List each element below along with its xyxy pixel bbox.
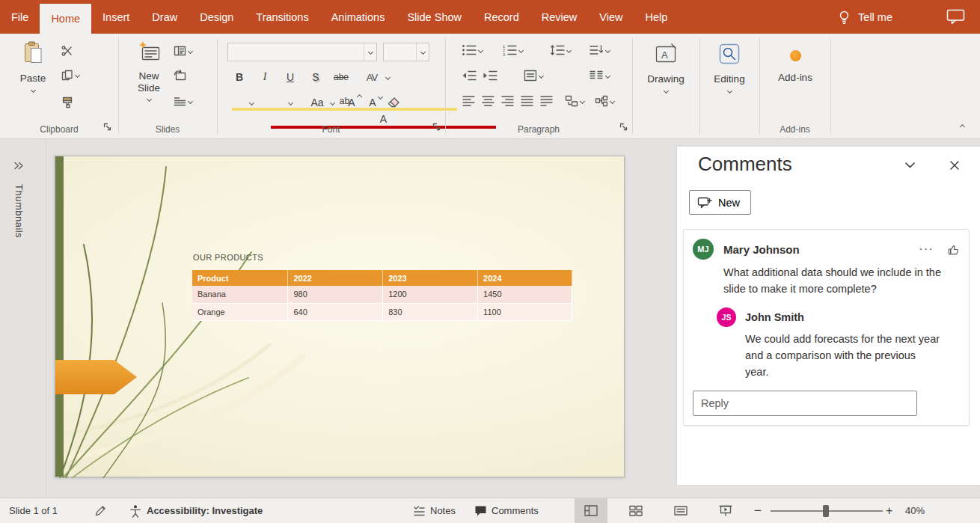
reading-view-button[interactable] [664,498,697,523]
table-cell[interactable]: Orange [192,303,288,320]
bullets-chevron[interactable] [478,47,483,52]
table-header-cell[interactable]: 2024 [478,270,572,286]
text-shadow-button[interactable]: S [308,68,323,86]
numbering-chevron[interactable] [518,47,524,52]
bullets-button[interactable] [462,44,483,56]
line-spacing-button[interactable] [550,44,571,56]
normal-view-button[interactable] [575,498,607,523]
new-slide-dropdown-chevron[interactable] [146,97,151,102]
comments-toggle-statusbar-button[interactable]: Comments [474,498,539,523]
paste-dropdown-chevron[interactable] [30,88,35,93]
table-header-cell[interactable]: 2023 [383,270,478,286]
line-spacing-chevron[interactable] [566,47,572,52]
arrange-shapes-button[interactable] [565,95,584,107]
font-size-combobox[interactable] [383,43,429,61]
increase-indent-button[interactable] [483,70,497,82]
slide-heading[interactable]: OUR PRODUCTS [193,253,263,262]
table-cell[interactable]: 640 [288,303,383,320]
font-name-dropdown[interactable] [364,43,376,61]
text-direction-chevron[interactable] [605,47,610,52]
collapse-comments-button[interactable] [898,154,921,177]
columns-button[interactable] [589,70,610,82]
italic-button[interactable]: I [257,68,272,86]
drawing-dropdown-chevron[interactable] [663,88,668,94]
table-header-cell[interactable]: 2022 [288,270,383,286]
new-slide-button[interactable]: New Slide [127,41,171,101]
cut-button[interactable] [61,46,73,57]
character-spacing-chevron[interactable] [385,75,391,80]
table-cell[interactable]: 980 [288,286,383,303]
zoom-in-button[interactable]: + [886,498,892,523]
align-center-button[interactable] [481,95,495,107]
new-comment-button[interactable]: New [689,190,751,215]
reset-slide-button[interactable] [174,70,186,81]
tab-home[interactable]: Home [40,4,91,34]
text-direction-button[interactable] [589,44,610,56]
tab-insert[interactable]: Insert [91,0,141,34]
table-header-cell[interactable]: Product [192,270,288,286]
slide-canvas[interactable]: OUR PRODUCTS Product 2022 2023 2024 Bana… [55,156,625,477]
align-left-button[interactable] [462,95,476,107]
proofing-status-button[interactable] [94,498,107,523]
slide-sorter-view-button[interactable] [619,498,652,523]
section-dropdown-chevron[interactable] [188,99,193,104]
drawing-button[interactable]: A Drawing [645,43,687,93]
justify-button[interactable] [520,95,534,107]
copy-button[interactable] [61,70,79,81]
tab-animations[interactable]: Animations [320,0,396,34]
thumbnails-pane-label[interactable]: Thumbnails [13,184,25,238]
slide-show-button[interactable] [709,498,742,523]
arrange-chevron[interactable] [580,98,585,103]
notes-toggle-button[interactable]: Notes [413,498,456,523]
table-cell[interactable]: Banana [192,286,288,303]
tell-me-button[interactable]: Tell me [837,0,892,34]
clear-formatting-button[interactable] [388,97,400,108]
accessibility-status-button[interactable]: Accessibility: Investigate [129,498,263,523]
editing-dropdown-chevron[interactable] [726,88,732,94]
zoom-slider[interactable] [771,510,883,512]
comment-thread-card[interactable]: MJ Mary Johnson ··· What additional data… [683,229,970,426]
copy-dropdown-chevron[interactable] [75,73,80,78]
numbering-button[interactable]: 1 2 3 [502,44,523,56]
add-remove-columns-button[interactable] [539,95,554,107]
table-cell[interactable]: 1200 [383,286,478,303]
font-size-dropdown[interactable] [416,43,429,61]
tab-transitions[interactable]: Transitions [245,0,319,34]
slide-layout-button[interactable] [174,46,192,56]
table-cell[interactable]: 830 [383,303,478,320]
tab-file[interactable]: File [0,0,40,34]
slide-indicator[interactable]: Slide 1 of 1 [9,498,58,523]
reply-input[interactable] [693,391,917,416]
table-cell[interactable]: 1100 [478,303,572,320]
tab-review[interactable]: Review [530,0,589,34]
comments-toggle-button[interactable] [946,0,965,34]
align-right-button[interactable] [500,95,515,107]
comment-more-options-button[interactable]: ··· [919,242,934,257]
tab-slide-show[interactable]: Slide Show [396,0,473,34]
expand-thumbnails-button[interactable] [13,162,24,170]
character-spacing-button[interactable]: AV [362,68,382,86]
smartart-chevron[interactable] [610,98,615,103]
table-cell[interactable]: 1450 [478,286,572,303]
tab-view[interactable]: View [588,0,634,34]
align-text-button[interactable] [524,70,543,82]
strikethrough-button[interactable]: abe [331,68,352,86]
columns-chevron[interactable] [605,73,610,78]
bold-button[interactable]: B [232,68,247,86]
convert-to-smartart-button[interactable] [595,95,614,107]
tab-design[interactable]: Design [189,0,245,34]
tab-help[interactable]: Help [634,0,679,34]
underline-button[interactable]: U [283,68,298,86]
zoom-out-button[interactable]: − [754,498,762,523]
addins-button[interactable]: Add-ins [774,50,816,84]
format-painter-button[interactable] [61,97,73,108]
align-text-chevron[interactable] [539,73,544,78]
layout-dropdown-chevron[interactable] [188,48,193,53]
zoom-level-button[interactable]: 40% [905,498,925,523]
editing-button[interactable]: Editing [709,43,750,93]
font-name-combobox[interactable] [227,43,377,61]
decrease-indent-button[interactable] [462,70,477,82]
paste-button[interactable]: Paste [15,41,51,92]
change-case-button[interactable]: Aa [310,94,325,111]
tab-draw[interactable]: Draw [141,0,189,34]
